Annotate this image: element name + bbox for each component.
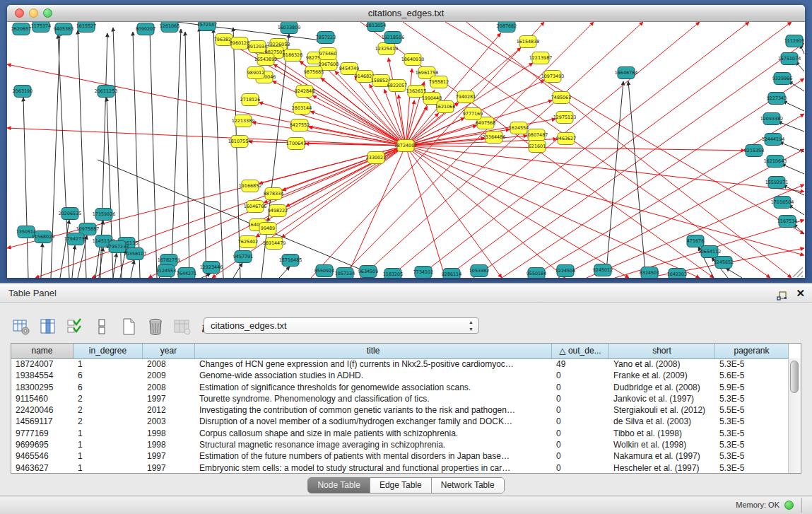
network-graph[interactable]: 7963822896012889129342322605898275051654…	[7, 22, 805, 278]
column-header-short[interactable]: short	[609, 344, 715, 358]
graph-node[interactable]: 6822057	[387, 80, 407, 92]
graph-node[interactable]: 7734102	[413, 267, 433, 279]
graph-node[interactable]: 12975123	[553, 112, 577, 124]
table-panel-header[interactable]: Table Panel ✕	[0, 284, 812, 303]
table-row[interactable]: 946362711997Embryonic stem cells: a mode…	[11, 462, 789, 474]
resize-grip-icon[interactable]	[793, 267, 803, 277]
graph-node[interactable]: 16154838	[517, 36, 540, 48]
graph-node[interactable]: 8186328	[283, 49, 302, 62]
graph-node[interactable]: 9634509	[358, 266, 378, 278]
select-all-button[interactable]	[65, 317, 84, 337]
graph-node[interactable]: 9329966	[772, 73, 792, 85]
graph-node[interactable]: 9550184	[526, 268, 546, 279]
network-canvas[interactable]: 7963822896012889129342322605898275051654…	[7, 22, 805, 278]
column-header-name[interactable]: name	[11, 344, 73, 358]
graph-node[interactable]: 9242848	[295, 86, 314, 98]
graph-node[interactable]: 9498222	[268, 205, 288, 217]
graph-node[interactable]: 9227343	[767, 93, 787, 105]
minimize-window-button[interactable]	[29, 8, 38, 18]
graph-node[interactable]: 18107554	[228, 136, 252, 148]
graph-node[interactable]: 10654112	[698, 246, 722, 258]
graph-node[interactable]: 1624554	[509, 122, 529, 134]
graph-node[interactable]: 15716485	[279, 255, 302, 267]
graph-node[interactable]: 15751074	[778, 53, 801, 65]
graph-node[interactable]: 9124553	[156, 265, 176, 277]
scrollbar-thumb[interactable]	[790, 361, 799, 393]
graph-node[interactable]: 20206535	[59, 208, 82, 220]
graph-node[interactable]: 19166852	[239, 180, 262, 192]
graph-node[interactable]: 9777169	[463, 108, 483, 120]
graph-node[interactable]: 10973493	[541, 71, 565, 83]
graph-node[interactable]: 7625402	[238, 236, 258, 248]
graph-node[interactable]: 9245012	[593, 264, 613, 276]
graph-node[interactable]: 11568029	[32, 231, 55, 243]
graph-node[interactable]: 1183205	[383, 269, 403, 279]
graph-node[interactable]: 621601	[529, 141, 546, 153]
graph-node[interactable]: 7955812	[429, 76, 449, 88]
table-row[interactable]: 977716911998Corpus callosum shape and si…	[11, 428, 789, 439]
table-row[interactable]: 969969511998Structural magnetic resonanc…	[11, 439, 789, 450]
graph-hub-node[interactable]: 18724007	[394, 140, 418, 152]
table-row[interactable]: 2242004622012Investigating the contribut…	[11, 404, 789, 416]
table-row[interactable]: 946554611997Estimation of the future num…	[11, 450, 789, 462]
network-view-window[interactable]: citations_edges.txt 79638228960128891293…	[7, 5, 805, 278]
close-panel-icon[interactable]: ✕	[796, 288, 805, 298]
graph-node[interactable]: 16210643	[764, 156, 787, 168]
graph-node[interactable]: 12923446	[200, 262, 223, 274]
maximize-window-button[interactable]	[43, 8, 52, 18]
vertical-scrollbar[interactable]	[788, 358, 801, 473]
attribute-table[interactable]: namein_degreeyeartitle△ out_de...shortpa…	[11, 343, 801, 474]
graph-node[interactable]: 8550924	[314, 265, 334, 277]
graph-node[interactable]: 23364486	[483, 132, 506, 144]
graph-node[interactable]: 20611253	[95, 86, 118, 98]
graph-node[interactable]: 16782759	[158, 255, 181, 267]
column-header-title[interactable]: title	[195, 344, 552, 358]
graph-node[interactable]: 9405383	[54, 23, 73, 35]
graph-node[interactable]: 2803144	[292, 103, 312, 115]
graph-node[interactable]: 16543892	[254, 54, 278, 66]
graph-node[interactable]: 2063190	[13, 86, 33, 98]
graph-node[interactable]: 8878334	[264, 188, 283, 200]
graph-node[interactable]: 1572147	[197, 22, 217, 31]
tab-edge-table[interactable]: Edge Table	[370, 478, 432, 493]
graph-node[interactable]: 9245652	[714, 257, 734, 269]
graph-node[interactable]: 1261065	[160, 22, 180, 33]
table-row[interactable]: 1872400712008Changes of HCN gene express…	[11, 358, 789, 370]
table-row[interactable]: 1830029562008Estimation of significance …	[11, 382, 789, 393]
graph-node[interactable]: 9875685	[304, 66, 324, 78]
graph-node[interactable]: 7485063	[551, 92, 571, 104]
graph-node[interactable]: 2718126	[240, 94, 260, 106]
graph-node[interactable]: 12093382	[760, 113, 784, 125]
graph-node[interactable]: 19218506	[382, 32, 405, 44]
table-selector-dropdown[interactable]: citations_edges.txt ▲▼	[204, 317, 479, 334]
show-columns-button[interactable]	[38, 317, 57, 337]
close-window-button[interactable]	[15, 8, 24, 18]
graph-node[interactable]: 471676	[687, 235, 704, 247]
delete-table-button[interactable]	[146, 317, 165, 337]
graph-node[interactable]: 1621066	[435, 101, 455, 113]
column-chooser-button[interactable]	[92, 317, 111, 337]
graph-node[interactable]: 1700643	[286, 138, 306, 150]
graph-node[interactable]: 16046766	[244, 201, 267, 213]
window-titlebar[interactable]: citations_edges.txt	[7, 5, 805, 22]
graph-node[interactable]: 1057234	[335, 268, 355, 279]
graph-node[interactable]: 7857223	[316, 32, 336, 44]
graph-node[interactable]: 2087682	[497, 22, 517, 33]
graph-node[interactable]: 8324501	[640, 267, 659, 279]
graph-node[interactable]: 17016504	[771, 197, 794, 209]
graph-node[interactable]: 1112905	[784, 35, 804, 47]
column-header-pagerank[interactable]: pagerank	[715, 344, 789, 358]
graph-node[interactable]: 1042203	[667, 269, 687, 279]
graph-node[interactable]: 2620657	[11, 23, 31, 35]
graph-node[interactable]: 18640910	[401, 54, 425, 66]
graph-node[interactable]: 975460	[319, 48, 336, 60]
graph-node[interactable]: 8215358	[744, 145, 764, 157]
new-table-button[interactable]	[119, 317, 138, 337]
graph-node[interactable]: 9286114	[442, 269, 461, 279]
graph-node[interactable]: 16033809	[278, 22, 301, 34]
tab-node-table[interactable]: Node Table	[308, 478, 370, 493]
graph-node[interactable]: 1175374	[31, 22, 51, 33]
graph-node[interactable]: 8090207	[136, 23, 155, 35]
graph-node[interactable]: 17942737	[64, 233, 88, 245]
graph-node[interactable]: 2330023	[366, 152, 386, 164]
